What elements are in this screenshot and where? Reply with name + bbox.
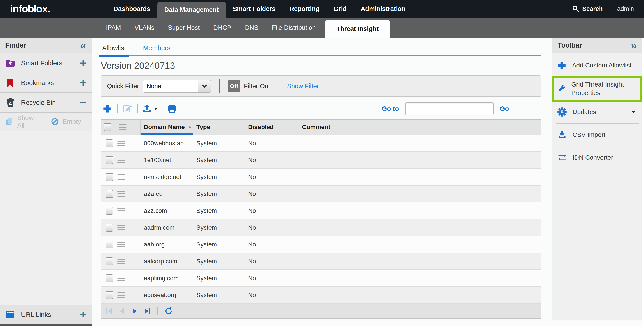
row-drag-handle[interactable] [118,274,126,282]
global-search[interactable]: Search [572,4,602,13]
column-header-comment[interactable]: Comment [299,120,540,134]
table-row[interactable]: abuseat.org System No [101,287,540,304]
tab-allowlist[interactable]: Allowlist [101,44,127,52]
csv-import-icon [557,130,567,140]
cell-domain: aalcorp.com [141,258,193,265]
row-checkbox[interactable] [106,291,113,299]
cell-domain: a-msedge.net [141,174,193,181]
edit-button-disabled[interactable] [122,102,133,115]
first-page-button[interactable] [105,307,113,315]
toolbar-item-label: CSV Import [572,131,606,139]
nav-item-reporting[interactable]: Reporting [282,0,326,17]
sidebar-item-recycle-bin[interactable]: Recycle Bin − [0,93,92,113]
go-button[interactable]: Go [500,105,509,112]
toolbar-item-idn-converter[interactable]: IDN Converter [552,148,642,167]
table-row[interactable]: a-msedge.net System No [101,169,540,186]
first-page-icon [105,307,113,315]
sidebar-item-bookmarks[interactable]: Bookmarks + [0,73,92,93]
upload-dropdown-caret[interactable] [154,108,158,110]
user-menu[interactable]: admin [617,5,634,12]
next-page-button[interactable] [131,307,138,315]
show-filter-link[interactable]: Show Filter [287,83,319,90]
tab-members[interactable]: Members [142,44,172,52]
last-page-button[interactable] [143,307,151,315]
cell-disabled: No [245,190,299,197]
upload-button[interactable] [142,102,158,115]
column-header-disabled[interactable]: Disabled [245,120,299,134]
row-drag-handle[interactable] [118,190,126,198]
row-checkbox[interactable] [106,274,113,282]
nav-item-dashboards[interactable]: Dashboards [106,0,158,17]
sidebar-item-url-links[interactable]: URL Links + [0,305,92,324]
collapse-recycle-bin-button[interactable]: − [80,97,86,108]
row-checkbox[interactable] [106,156,113,164]
row-drag-handle[interactable] [118,173,126,181]
refresh-button[interactable] [164,307,173,316]
table-row[interactable]: aah.org System No [101,236,540,253]
nav-item-data-management[interactable]: Data Management [158,2,226,17]
quick-filter-select[interactable]: None [143,79,211,93]
subnav-item-dhcp[interactable]: DHCP [206,17,238,38]
goto-input[interactable] [405,102,494,115]
row-drag-handle[interactable] [118,224,126,232]
filter-toggle[interactable]: Off [228,80,240,92]
add-button[interactable] [102,102,113,115]
toolbar-panel: Toolbar » Add Custom Allowlist Grid Thre… [552,38,642,320]
column-header-type[interactable]: Type [193,120,245,134]
sidebar-item-label: Recycle Bin [21,99,56,106]
table-row[interactable]: 000webhostap... System No [101,135,540,152]
quick-filter-dropdown-button[interactable] [198,80,211,92]
cell-domain: a2a.eu [141,190,193,197]
row-checkbox[interactable] [106,139,113,147]
expand-smart-folders-button[interactable]: + [80,58,86,69]
toolbar-item-csv-import[interactable]: CSV Import [552,125,642,144]
subnav-item-super-host[interactable]: Super Host [161,17,206,38]
row-drag-handle[interactable] [118,257,126,265]
print-button[interactable] [166,102,178,115]
toolbar-item-grid-threat-insight-properties[interactable]: Grid Threat Insight Properties [552,76,642,102]
cell-disabled: No [245,241,299,248]
nav-item-smart-folders[interactable]: Smart Folders [226,0,282,17]
expand-toolbar-icon[interactable]: » [631,40,637,51]
toolbar-item-updates[interactable]: Updates [552,102,642,121]
table-row[interactable]: aaplimg.com System No [101,270,540,287]
expand-bookmarks-button[interactable]: + [80,77,86,88]
nav-item-grid[interactable]: Grid [326,0,354,17]
table-row[interactable]: a2z.com System No [101,202,540,219]
toolbar-item-add-custom-allowlist[interactable]: Add Custom Allowlist [552,56,642,75]
row-drag-handle[interactable] [118,207,126,215]
action-separator [137,104,138,113]
sidebar-item-smart-folders[interactable]: Smart Folders + [0,53,92,73]
row-checkbox[interactable] [106,241,113,249]
row-drag-handle[interactable] [118,291,126,299]
select-all-checkbox[interactable] [104,123,111,131]
right-edge-strip [642,38,644,326]
toolbar-item-label: IDN Converter [572,153,613,162]
expand-url-links-button[interactable]: + [80,309,86,320]
table-row[interactable]: aalcorp.com System No [101,253,540,270]
row-checkbox[interactable] [106,173,113,181]
cell-type: System [193,224,245,231]
subnav-item-dns[interactable]: DNS [238,17,265,38]
nav-item-administration[interactable]: Administration [354,0,412,17]
subnav-item-file-distribution[interactable]: File Distribution [265,17,323,38]
row-checkbox[interactable] [106,207,113,215]
collapse-finder-icon[interactable]: « [80,40,86,51]
row-drag-handle[interactable] [118,241,126,249]
row-checkbox[interactable] [106,190,113,198]
search-label: Search [582,5,602,12]
table-row[interactable]: aadrm.com System No [101,219,540,236]
updates-dropdown-caret[interactable] [631,111,636,113]
column-header-domain[interactable]: Domain Name [141,120,193,134]
table-row[interactable]: a2a.eu System No [101,186,540,202]
subnav-item-vlans[interactable]: VLANs [128,17,161,38]
table-row[interactable]: 1e100.net System No [101,152,540,169]
toolbar-items: Add Custom Allowlist Grid Threat Insight… [552,53,642,167]
subnav-item-ipam[interactable]: IPAM [99,17,128,38]
row-drag-handle[interactable] [118,156,126,164]
previous-page-button[interactable] [118,307,126,315]
row-checkbox[interactable] [106,224,113,232]
row-checkbox[interactable] [106,257,113,265]
row-drag-handle[interactable] [118,139,126,147]
subnav-item-threat-insight[interactable]: Threat Insight [325,20,390,38]
